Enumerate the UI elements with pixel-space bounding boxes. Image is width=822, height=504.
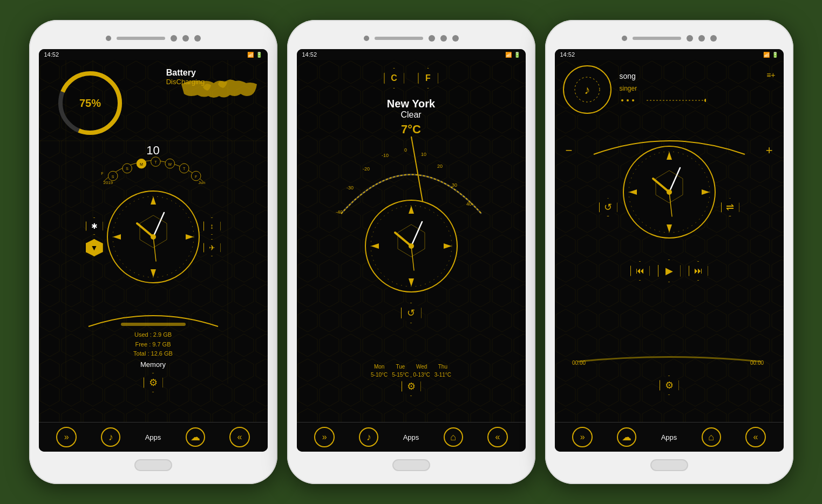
battery-icon-1: 🔋 xyxy=(256,52,262,58)
svg-text:00.00: 00.00 xyxy=(572,360,586,366)
svg-point-65 xyxy=(621,99,623,101)
btn-dot-7 xyxy=(687,35,693,42)
svg-point-79 xyxy=(667,189,672,195)
camera-dot-3 xyxy=(622,36,627,41)
forecast-tue: Tue5-15°C xyxy=(392,363,409,379)
btn-dot-9 xyxy=(710,35,717,42)
nav-arrow-right-2[interactable]: » xyxy=(314,427,335,447)
nav-arrow-right-1[interactable]: » xyxy=(56,427,77,447)
wifi-icon[interactable]: ▼ xyxy=(86,239,103,256)
signal-icon-3: 📶 xyxy=(763,52,770,58)
svg-text:Jun: Jun xyxy=(198,180,205,185)
nav-cloud-3[interactable]: ☁ xyxy=(617,427,636,447)
add-playlist-icon[interactable]: ≡+ xyxy=(766,71,775,79)
time-3: 14:52 xyxy=(560,51,575,58)
nav-cloud-1[interactable]: ☁ xyxy=(186,427,205,447)
home-btn-3[interactable] xyxy=(650,459,688,471)
svg-text:2019: 2019 xyxy=(103,180,113,185)
nav-arrow-left-3[interactable]: « xyxy=(745,427,766,447)
svg-text:00.00: 00.00 xyxy=(750,360,764,366)
refresh-icon[interactable]: ↺ xyxy=(401,303,422,323)
speaker-3 xyxy=(633,37,681,40)
nav-arrow-right-3[interactable]: » xyxy=(572,427,593,447)
nav-home-2[interactable]: ⌂ xyxy=(444,427,463,447)
phone-3: 14:52 📶 🔋 ♪ xyxy=(545,20,793,484)
svg-text:W: W xyxy=(168,162,172,166)
volume-minus-icon[interactable]: − xyxy=(566,144,573,158)
screen-content-1: 75% Battery DisCharging xyxy=(39,60,268,422)
svg-point-59 xyxy=(409,243,414,249)
nav-apps-3[interactable]: Apps xyxy=(661,433,677,441)
screen-2: 14:52 📶 🔋 C F New Yor xyxy=(297,49,526,452)
memory-free: Free : 9.7 GB xyxy=(133,340,173,350)
bottom-nav-2: » ♪ Apps ⌂ « xyxy=(297,422,526,452)
svg-text:F: F xyxy=(101,172,104,175)
home-btn-1[interactable] xyxy=(134,459,172,471)
svg-text:-30: -30 xyxy=(347,185,354,190)
phone-1: 14:52 📶 🔋 xyxy=(29,20,277,484)
btn-dot-4 xyxy=(429,35,435,42)
phone-2: 14:52 📶 🔋 C F New Yor xyxy=(287,20,535,484)
airplane-icon[interactable]: ✈ xyxy=(203,239,221,256)
svg-text:-40: -40 xyxy=(336,209,343,215)
prev-icon[interactable]: ⏮ xyxy=(630,261,650,281)
svg-text:30: 30 xyxy=(452,182,457,188)
battery-icon-2: 🔋 xyxy=(514,52,520,58)
nav-arrow-left-2[interactable]: « xyxy=(487,427,508,447)
svg-point-35 xyxy=(151,234,156,240)
svg-text:20: 20 xyxy=(437,164,443,169)
home-btn-2[interactable] xyxy=(392,459,430,471)
time-1: 14:52 xyxy=(44,51,59,58)
unit-f-btn[interactable]: F xyxy=(418,68,438,88)
play-icon[interactable]: ▶ xyxy=(658,260,681,282)
memory-used: Used : 2.9 GB xyxy=(133,330,173,340)
nav-home-3[interactable]: ⌂ xyxy=(702,427,721,447)
settings-icon-1[interactable]: ⚙ xyxy=(144,373,163,392)
screen-3: 14:52 📶 🔋 ♪ xyxy=(555,49,784,452)
svg-text:T: T xyxy=(154,160,157,164)
next-icon[interactable]: ⏭ xyxy=(689,261,708,281)
svg-text:S: S xyxy=(111,175,114,179)
speaker xyxy=(117,37,165,40)
nav-music-2[interactable]: ♪ xyxy=(359,427,378,447)
singer-label: singer xyxy=(620,85,776,92)
svg-text:0: 0 xyxy=(404,147,407,153)
signal-icon-2: 📶 xyxy=(505,52,512,58)
battery-icon-3: 🔋 xyxy=(772,52,778,58)
btn-dot-5 xyxy=(440,35,447,42)
btn-dot-8 xyxy=(698,35,705,42)
forecast-thu: Thu3-11°C xyxy=(434,363,451,379)
nav-arrow-left-1[interactable]: « xyxy=(229,427,250,447)
forecast-wed: Wed0-13°C xyxy=(413,363,430,379)
svg-text:♪: ♪ xyxy=(584,83,590,97)
svg-text:S: S xyxy=(126,167,128,171)
svg-text:T: T xyxy=(183,167,186,171)
time-2: 14:52 xyxy=(302,51,317,58)
svg-point-66 xyxy=(627,99,629,101)
svg-point-69 xyxy=(704,99,706,102)
status-bar-3: 14:52 📶 🔋 xyxy=(555,49,784,60)
btn-dot-2 xyxy=(182,35,189,42)
svg-rect-37 xyxy=(121,323,186,326)
svg-text:M: M xyxy=(140,162,143,166)
scroll-icon[interactable]: ↕ xyxy=(203,217,221,235)
volume-plus-icon[interactable]: + xyxy=(766,144,773,158)
nav-apps-1[interactable]: Apps xyxy=(145,433,161,441)
svg-text:-10: -10 xyxy=(382,153,389,158)
svg-text:75%: 75% xyxy=(79,97,100,109)
song-label: song xyxy=(620,72,776,80)
btn-dot-3 xyxy=(194,35,201,42)
nav-music-1[interactable]: ♪ xyxy=(101,427,120,447)
screen-content-3: ♪ song singer ≡+ xyxy=(555,60,784,422)
unit-c-btn[interactable]: C xyxy=(384,68,404,88)
screen-1: 14:52 📶 🔋 xyxy=(39,49,268,452)
btn-dot-1 xyxy=(171,35,177,42)
camera-dot xyxy=(106,36,111,41)
nav-apps-2[interactable]: Apps xyxy=(403,433,419,441)
svg-text:F: F xyxy=(195,175,198,179)
memory-total: Total : 12.6 GB xyxy=(133,349,173,359)
svg-text:40: 40 xyxy=(466,201,472,207)
condition-label: Clear xyxy=(297,110,526,120)
forecast-mon: Mon5-10°C xyxy=(371,363,388,379)
bluetooth-icon[interactable]: ✱ xyxy=(86,217,103,235)
